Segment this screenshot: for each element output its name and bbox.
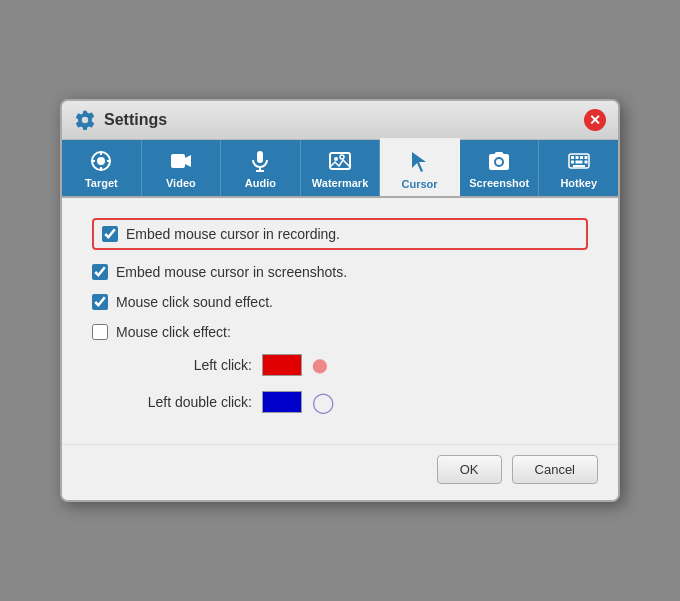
left-double-click-row: Left double click: ◯: [92, 390, 588, 414]
nav-item-screenshot[interactable]: Screenshot: [460, 140, 540, 196]
checkbox-label-2: Embed mouse cursor in screenshots.: [116, 264, 347, 280]
nav-label-screenshot: Screenshot: [469, 177, 529, 189]
hotkey-icon: [567, 149, 591, 173]
checkbox-click-sound[interactable]: [92, 294, 108, 310]
nav-bar: Target Video Audio: [62, 140, 618, 198]
checkbox-label-1: Embed mouse cursor in recording.: [126, 226, 340, 242]
left-click-row: Left click: ⬤: [92, 354, 588, 376]
checkbox-row-4: Mouse click effect:: [92, 324, 588, 340]
audio-icon: [248, 149, 272, 173]
nav-label-cursor: Cursor: [402, 178, 438, 190]
svg-point-1: [97, 157, 105, 165]
ok-button[interactable]: OK: [437, 455, 502, 484]
nav-label-video: Video: [166, 177, 196, 189]
svg-point-12: [334, 157, 338, 161]
cancel-button[interactable]: Cancel: [512, 455, 598, 484]
video-icon: [169, 149, 193, 173]
left-click-dot-icon[interactable]: ⬤: [312, 357, 328, 373]
title-bar: Settings ✕: [62, 101, 618, 140]
svg-rect-19: [580, 156, 583, 159]
nav-item-hotkey[interactable]: Hotkey: [539, 140, 618, 196]
checkbox-row-2: Embed mouse cursor in screenshots.: [92, 264, 588, 280]
svg-rect-23: [584, 161, 587, 164]
checkbox-embed-cursor-recording[interactable]: [102, 226, 118, 242]
svg-rect-18: [575, 156, 578, 159]
nav-item-watermark[interactable]: Watermark: [301, 140, 381, 196]
left-double-click-circle-icon[interactable]: ◯: [312, 390, 334, 414]
svg-rect-22: [575, 161, 582, 164]
settings-window: Settings ✕ Target Video: [60, 99, 620, 502]
svg-rect-17: [571, 156, 574, 159]
title-bar-left: Settings: [74, 109, 167, 131]
nav-label-target: Target: [85, 177, 118, 189]
footer: OK Cancel: [62, 444, 618, 500]
checkbox-row-1: Embed mouse cursor in recording.: [92, 218, 588, 250]
nav-label-watermark: Watermark: [312, 177, 368, 189]
svg-rect-24: [573, 165, 585, 167]
svg-rect-21: [571, 161, 574, 164]
checkbox-label-4: Mouse click effect:: [116, 324, 231, 340]
close-button[interactable]: ✕: [584, 109, 606, 131]
left-double-click-color-swatch[interactable]: [262, 391, 302, 413]
nav-label-audio: Audio: [245, 177, 276, 189]
svg-rect-20: [584, 156, 587, 159]
screenshot-icon: [487, 149, 511, 173]
cursor-icon: [408, 150, 432, 174]
gear-icon: [74, 109, 96, 131]
nav-item-audio[interactable]: Audio: [221, 140, 301, 196]
svg-point-15: [496, 159, 502, 165]
checkbox-embed-cursor-screenshots[interactable]: [92, 264, 108, 280]
svg-point-13: [340, 155, 344, 159]
left-click-label: Left click:: [122, 357, 252, 373]
checkbox-row-3: Mouse click sound effect.: [92, 294, 588, 310]
nav-item-cursor[interactable]: Cursor: [380, 138, 460, 196]
svg-marker-7: [185, 155, 191, 167]
checkbox-label-3: Mouse click sound effect.: [116, 294, 273, 310]
svg-rect-6: [171, 154, 185, 168]
nav-item-target[interactable]: Target: [62, 140, 142, 196]
svg-rect-8: [257, 151, 263, 163]
checkbox-click-effect[interactable]: [92, 324, 108, 340]
window-title: Settings: [104, 111, 167, 129]
nav-item-video[interactable]: Video: [142, 140, 222, 196]
svg-marker-14: [412, 152, 426, 172]
left-click-color-swatch[interactable]: [262, 354, 302, 376]
left-double-click-label: Left double click:: [122, 394, 252, 410]
content-area: Embed mouse cursor in recording. Embed m…: [62, 198, 618, 444]
target-icon: [89, 149, 113, 173]
watermark-icon: [328, 149, 352, 173]
nav-label-hotkey: Hotkey: [560, 177, 597, 189]
